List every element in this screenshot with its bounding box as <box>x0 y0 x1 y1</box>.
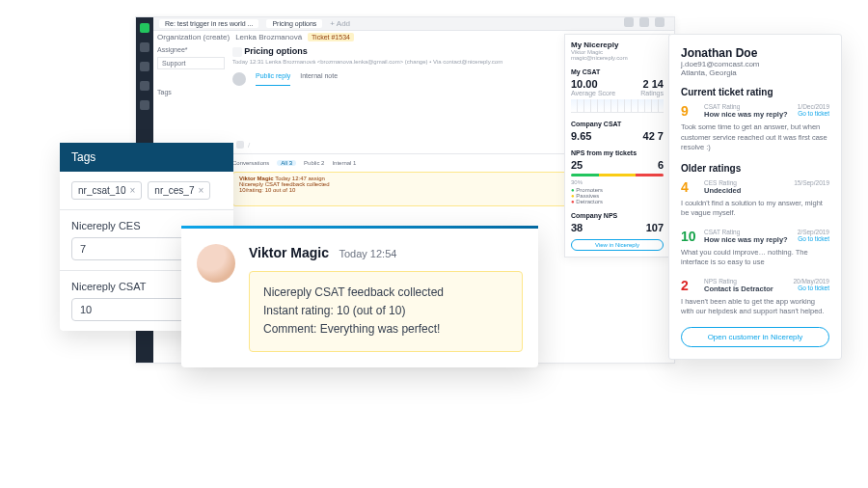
np-csat-count: 2 14 <box>643 78 664 90</box>
trash-icon[interactable] <box>655 17 665 27</box>
customer-panel: Jonathan Doe j.doe91@comcast.com Atlanta… <box>668 34 842 360</box>
ticket-badge[interactable]: Ticket #1534 <box>308 33 354 41</box>
np-ccsat-score: 9.65 <box>571 130 591 142</box>
np-cnps-heading: Company NPS <box>571 212 664 219</box>
settings-icon[interactable] <box>140 100 149 110</box>
np-email: magic@nicereply.com <box>571 55 664 61</box>
rating-score: 2 <box>681 278 698 293</box>
rating-row: 9 CSAT Rating How nice was my reply? 1/D… <box>681 103 829 119</box>
rating-comment: What you could improve… nothing. The int… <box>681 248 829 268</box>
comment-popup: Viktor Magic Today 12:54 Nicereply CSAT … <box>181 226 538 367</box>
comment-time: Today 12:54 <box>339 248 396 259</box>
conv-public[interactable]: Public 2 <box>304 160 324 166</box>
assignee-select[interactable]: Support <box>157 57 225 69</box>
feedback-message: Nicereply CSAT feedback collected Instan… <box>249 271 523 352</box>
breadcrumb: Organization (create) Lenka Brozmanová T… <box>157 33 354 41</box>
conv-all[interactable]: All 3 <box>277 160 296 166</box>
np-bar-label: 30% <box>571 179 664 185</box>
assignee-label: Assignee* <box>157 46 225 53</box>
feedback-line-2: Instant rating: 10 (out of 10) <box>263 302 508 320</box>
np-ratings-label: Ratings <box>640 90 664 96</box>
rating-type: CSAT Rating <box>704 229 792 235</box>
np-title: My Nicereply <box>571 41 664 49</box>
rating-question: How nice was my reply? <box>704 110 792 119</box>
conv-label: Conversations <box>232 160 269 166</box>
rating-row: 2 NPS Rating Contact is Detractor 20/May… <box>681 278 829 293</box>
open-customer-button[interactable]: Open customer in Nicereply <box>681 327 829 347</box>
rating-question: How nice was my reply? <box>704 235 792 244</box>
rating-score: 9 <box>681 103 698 119</box>
np-csat-score: 10.00 <box>571 78 598 90</box>
tags-heading: Tags <box>60 143 233 172</box>
ticket-left-column: Assignee* Support Tags <box>157 46 225 95</box>
comment-author: Viktor Magic <box>249 245 329 260</box>
rating-type: CES Rating <box>704 179 788 186</box>
envelope-icon <box>232 47 242 57</box>
attach-icon[interactable] <box>236 141 244 149</box>
home-icon[interactable] <box>140 42 149 52</box>
reports-icon[interactable] <box>140 81 149 91</box>
np-nps-heading: NPS from my tickets <box>571 149 664 156</box>
older-ratings-heading: Older ratings <box>681 163 829 174</box>
np-nps-score: 25 <box>571 159 583 171</box>
rating-score: 4 <box>681 179 698 195</box>
tag-chip[interactable]: nr_csat_10× <box>71 181 142 200</box>
customer-name: Jonathan Doe <box>681 46 829 60</box>
np-ccsat-count: 42 7 <box>643 130 664 142</box>
my-nicereply-panel: My Nicereply Viktor Magic magic@nicerepl… <box>564 34 670 258</box>
np-cnps-count: 107 <box>646 222 664 233</box>
chip-label: nr_csat_10 <box>78 185 125 196</box>
go-to-ticket-link[interactable]: Go to ticket <box>798 235 829 242</box>
rating-date: 2/Sep/2019 <box>798 229 829 235</box>
nps-bar <box>571 174 664 176</box>
customer-location: Atlanta, Georgia <box>681 68 829 77</box>
tab-internal-note[interactable]: Internal note <box>300 72 338 86</box>
rating-question: Contact is Detractor <box>704 285 787 293</box>
feedback-line-1: Nicereply CSAT feedback collected <box>263 284 508 302</box>
customer-email: j.doe91@comcast.com <box>681 60 829 68</box>
tab-1[interactable]: Re: test trigger in res world ... <box>159 19 258 28</box>
logo-icon <box>140 23 149 33</box>
users-icon[interactable] <box>140 62 149 71</box>
rating-comment: I haven't been able to get the app worki… <box>681 297 829 317</box>
np-cnps-score: 38 <box>571 222 583 233</box>
np-csat-heading: My CSAT <box>571 68 664 75</box>
rating-row: 10 CSAT Rating How nice was my reply? 2/… <box>681 229 829 244</box>
sparkline-chart <box>571 99 664 113</box>
rating-date: 1/Dec/2019 <box>798 103 829 110</box>
rating-score: 10 <box>681 229 698 244</box>
row-detractors: ● Detractors <box>571 199 664 204</box>
rating-question: Undecided <box>704 186 788 195</box>
tab-2[interactable]: Pricing options <box>266 19 322 28</box>
conversations-filter: Conversations All 3 Public 2 Internal 1 <box>232 160 356 166</box>
rating-date: 15/Sep/2019 <box>794 179 829 186</box>
rating-type: CSAT Rating <box>704 103 792 110</box>
feedback-line-3: Comment: Everything was perfect! <box>263 320 508 339</box>
tab-public-reply[interactable]: Public reply <box>256 72 290 86</box>
np-avg-label: Average Score <box>571 90 615 96</box>
search-icon[interactable] <box>624 17 634 27</box>
close-icon[interactable]: × <box>129 185 135 196</box>
tag-chip[interactable]: nr_ces_7× <box>148 181 210 200</box>
go-to-ticket-link[interactable]: Go to ticket <box>798 110 829 117</box>
chip-label: nr_ces_7 <box>154 185 194 196</box>
view-in-nicereply-button[interactable]: View in Nicereply <box>571 239 664 251</box>
conv-internal[interactable]: Internal 1 <box>332 160 356 166</box>
breadcrumb-user[interactable]: Lenka Brozmanová <box>235 33 302 41</box>
rating-comment: Took some time to get an answer, but whe… <box>681 122 829 153</box>
go-to-ticket-link[interactable]: Go to ticket <box>798 285 829 291</box>
breadcrumb-org[interactable]: Organization (create) <box>157 33 230 41</box>
slash-hint: / <box>248 141 250 149</box>
left-tags-label: Tags <box>157 89 225 95</box>
close-icon[interactable]: × <box>198 185 203 196</box>
current-rating-heading: Current ticket rating <box>681 87 829 97</box>
ticket-title: Pricing options <box>244 46 308 56</box>
rating-type: NPS Rating <box>704 278 787 285</box>
add-tab[interactable]: + Add <box>330 19 350 28</box>
rating-row: 4 CES Rating Undecided 15/Sep/2019 <box>681 179 829 195</box>
more-icon[interactable] <box>639 17 649 27</box>
avatar <box>197 244 235 283</box>
rating-date: 20/May/2019 <box>793 278 829 285</box>
np-nps-count: 6 <box>658 159 664 171</box>
rating-comment: I couldn't find a solution to my answer,… <box>681 199 829 219</box>
